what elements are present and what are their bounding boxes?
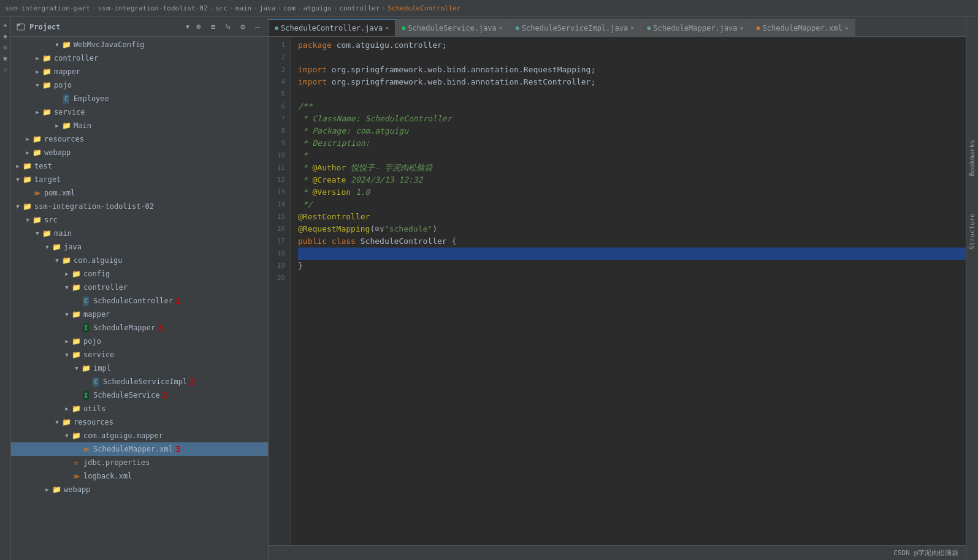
tree-arrow[interactable]: ▼ xyxy=(63,310,71,319)
tree-item[interactable]: ▶📁test xyxy=(11,159,268,173)
editor-tab[interactable]: ● ScheduleService.java ✕ xyxy=(395,19,510,36)
tree-item[interactable]: ▼📁impl xyxy=(11,361,268,375)
scope-icon[interactable]: ⊕ xyxy=(193,21,204,32)
tree-item[interactable]: ≫ScheduleMapper.xml3 xyxy=(11,442,268,456)
tree-arrow[interactable]: ▼ xyxy=(53,418,61,426)
tree-item[interactable]: ▶📁webapp xyxy=(11,146,268,159)
tree-item[interactable]: ▶📁mapper xyxy=(11,65,268,78)
line-numbers: 1234567891011121314151617181920 xyxy=(269,37,291,545)
tree-item[interactable]: ▶📁service xyxy=(11,105,268,119)
line-number: 10 xyxy=(269,149,290,162)
editor-tab[interactable]: ● ScheduleMapper.java ✕ xyxy=(641,19,750,36)
tree-arrow[interactable]: ▶ xyxy=(43,485,52,494)
tree-arrow[interactable]: ▶ xyxy=(63,404,71,413)
tree-item[interactable]: ▶📁config xyxy=(11,267,268,281)
tree-item[interactable]: ▶📁Main xyxy=(11,119,268,132)
tree-arrow[interactable]: ▶ xyxy=(63,270,71,278)
tree-item[interactable]: ▶📁utils xyxy=(11,402,268,415)
tree-arrow[interactable]: ▼ xyxy=(63,283,71,292)
structure-label[interactable]: Structure xyxy=(968,213,976,250)
settings-icon[interactable]: ⚙ xyxy=(237,21,248,32)
tree-arrow[interactable]: ▶ xyxy=(23,135,32,143)
tree-arrow[interactable]: ▼ xyxy=(63,350,71,359)
tree-item[interactable]: ▶📁pojo xyxy=(11,335,268,348)
breadcrumb-item[interactable]: ssm-integration-todolist-02 xyxy=(98,4,208,12)
editor-tab[interactable]: ● ScheduleServiceImpl.java ✕ xyxy=(510,19,641,36)
editor-tab[interactable]: ● ScheduleMapper.xml ✕ xyxy=(751,19,855,36)
tree-arrow[interactable]: ▼ xyxy=(33,81,42,89)
tab-close-button[interactable]: ✕ xyxy=(385,25,389,31)
folder-icon: 📁 xyxy=(61,40,71,50)
tab-close-button[interactable]: ✕ xyxy=(740,25,744,31)
tree-item[interactable]: CEmployee xyxy=(11,92,268,105)
tree-arrow[interactable]: ▶ xyxy=(33,67,42,76)
breadcrumb-item[interactable]: src xyxy=(215,4,227,12)
tab-close-button[interactable]: ✕ xyxy=(845,25,849,31)
tab-close-button[interactable]: ✕ xyxy=(630,25,634,31)
tree-item[interactable]: ≫logback.xml xyxy=(11,469,268,483)
tree-item[interactable]: ▼📁java xyxy=(11,240,268,254)
tree-item[interactable]: IScheduleMapper3 xyxy=(11,321,268,335)
left-icon-3[interactable]: ◎ xyxy=(1,43,10,51)
options-icon[interactable]: ≒ xyxy=(223,21,234,32)
left-icon-5[interactable]: ◌ xyxy=(1,65,10,74)
tree-arrow[interactable]: ▶ xyxy=(13,162,22,170)
minimize-icon[interactable]: — xyxy=(252,21,263,32)
breadcrumb-item[interactable]: com xyxy=(283,4,296,12)
tree-arrow[interactable]: ▼ xyxy=(33,229,42,238)
tree-item[interactable]: CScheduleServiceImpl2 xyxy=(11,375,268,388)
bookmarks-label[interactable]: Bookmarks xyxy=(968,140,976,176)
tree-item[interactable]: ▶📁controller xyxy=(11,51,268,65)
tree-item[interactable]: CScheduleController1 xyxy=(11,294,268,308)
code-line: * xyxy=(298,149,966,162)
tree-item[interactable]: ▼📁service xyxy=(11,348,268,361)
tree-arrow[interactable]: ▶ xyxy=(33,108,42,116)
tree-item[interactable]: ≡jdbc.properties xyxy=(11,456,268,469)
tree-arrow[interactable]: ▶ xyxy=(23,148,32,157)
tree-arrow[interactable]: ▼ xyxy=(43,243,52,251)
tree-arrow[interactable]: ▼ xyxy=(63,431,71,440)
tree-arrow[interactable]: ▶ xyxy=(53,121,61,130)
tree-item[interactable]: ▼📁ssm-integration-todolist-02 xyxy=(11,200,268,213)
tree-item[interactable]: ▼📁main xyxy=(11,227,268,240)
tree-arrow[interactable]: ▼ xyxy=(13,202,22,211)
tree-item[interactable]: ▼📁pojo xyxy=(11,78,268,92)
breadcrumb-item[interactable]: atguigu xyxy=(303,4,331,12)
folder-icon: 📁 xyxy=(22,175,32,184)
folder-icon: 📁 xyxy=(42,229,52,238)
breadcrumb-item[interactable]: java xyxy=(259,4,276,12)
tree-item[interactable]: ▼📁com.atguigu xyxy=(11,254,268,267)
breadcrumb-item[interactable]: controller xyxy=(339,4,380,12)
tree-item[interactable]: IScheduleService2 xyxy=(11,388,268,402)
tree-item[interactable]: ▼📁src xyxy=(11,213,268,227)
tree-item[interactable]: ▶📁webapp xyxy=(11,483,268,496)
breadcrumb-item[interactable]: main xyxy=(235,4,252,12)
tree-item[interactable]: ▼📁WebMvcJavaConfig xyxy=(11,38,268,51)
left-icon-2[interactable]: ◉ xyxy=(1,32,10,40)
tree-arrow[interactable]: ▼ xyxy=(23,216,32,224)
tree-arrow[interactable]: ▶ xyxy=(63,337,71,346)
editor-tab[interactable]: ● ScheduleController.java ✕ xyxy=(269,19,395,36)
tab-label: ScheduleService.java xyxy=(408,24,497,32)
tree-item[interactable]: ▼📁controller xyxy=(11,281,268,294)
tree-arrow[interactable]: ▼ xyxy=(72,364,81,373)
tree-arrow[interactable]: ▼ xyxy=(53,256,61,265)
tree-item[interactable]: ≫pom.xml xyxy=(11,186,268,200)
tree-arrow[interactable]: ▼ xyxy=(13,175,22,184)
project-icon xyxy=(16,22,26,32)
tree-arrow[interactable]: ▶ xyxy=(33,54,42,62)
breadcrumb-item[interactable]: ssm-intergration-part xyxy=(5,4,90,12)
tree-item[interactable]: ▶📁resources xyxy=(11,132,268,146)
left-icon-1[interactable]: ◈ xyxy=(1,21,10,29)
left-icon-4[interactable]: ▣ xyxy=(1,54,10,62)
tree-item[interactable]: ▼📁target xyxy=(11,173,268,186)
code-editor[interactable]: 1234567891011121314151617181920 package … xyxy=(269,37,966,545)
tree-arrow[interactable]: ▼ xyxy=(53,40,61,49)
tree-item[interactable]: ▼📁com.atguigu.mapper xyxy=(11,429,268,442)
project-dropdown-icon[interactable]: ▼ xyxy=(186,23,189,30)
collapse-all-icon[interactable]: ≡ xyxy=(208,21,219,32)
tree-item[interactable]: ▼📁resources xyxy=(11,415,268,429)
tree-item[interactable]: ▼📁mapper xyxy=(11,308,268,321)
right-strip: Bookmarks Structure xyxy=(966,17,978,560)
tab-close-button[interactable]: ✕ xyxy=(499,25,503,31)
